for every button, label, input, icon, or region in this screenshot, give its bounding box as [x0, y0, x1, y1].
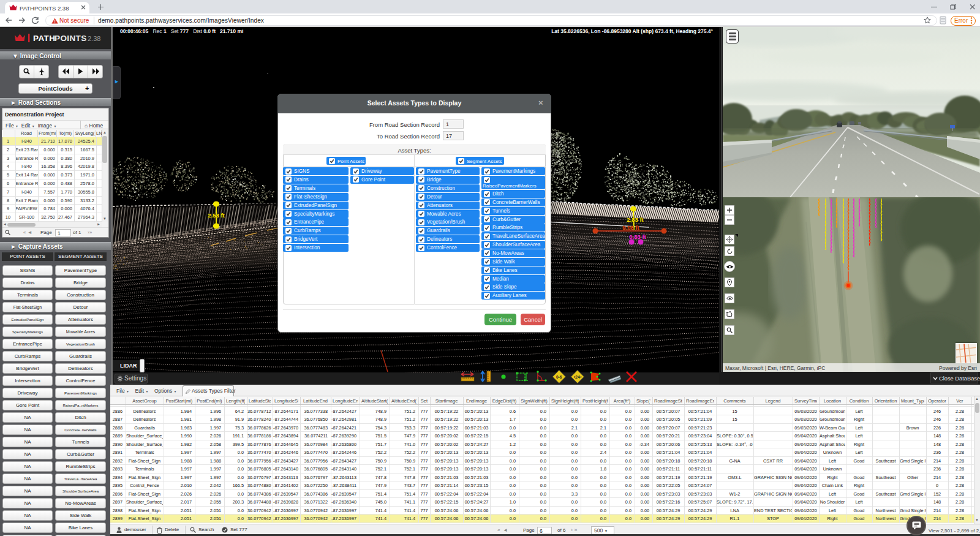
- svg-text:2.58 ft: 2.58 ft: [208, 212, 225, 219]
- svg-text:0-6: 0-6: [556, 375, 562, 379]
- svg-text:›24‹: ›24‹: [574, 375, 582, 379]
- svg-text:POINTS: POINTS: [55, 34, 87, 43]
- svg-text:PATH: PATH: [33, 34, 55, 43]
- svg-text:9.08 ft: 9.08 ft: [622, 224, 639, 231]
- svg-text:2.38: 2.38: [88, 35, 100, 42]
- svg-text:0.83 ft: 0.83 ft: [629, 233, 646, 240]
- svg-text:2.83 ft: 2.83 ft: [627, 216, 644, 223]
